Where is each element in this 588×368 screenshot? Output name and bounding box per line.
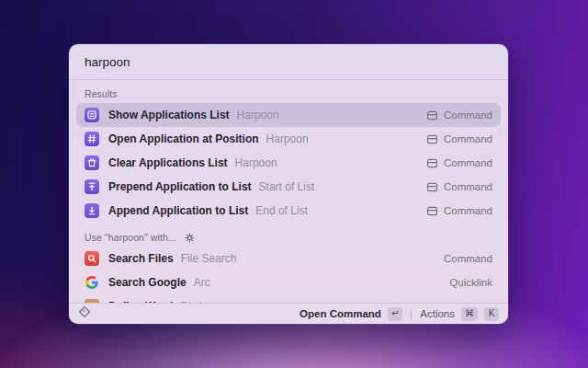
enter-key-badge[interactable]: ↵ — [388, 307, 402, 321]
trash-icon — [85, 155, 99, 170]
result-accessory: Command — [426, 157, 492, 169]
result-accessory: Quicklink — [449, 277, 492, 288]
list-item[interactable]: Search GoogleArcQuicklink — [76, 270, 501, 294]
list-item[interactable]: Clear Applications ListHarpoonCommand — [76, 151, 501, 175]
open-command-button[interactable]: Open Command — [300, 308, 381, 319]
result-type-label: Command — [444, 133, 492, 144]
results-section-rows: Show Applications ListHarpoonCommandOpen… — [76, 103, 501, 223]
list-item[interactable]: Prepend Application to ListStart of List… — [76, 175, 501, 199]
command-type-icon — [426, 109, 438, 121]
use-with-section-header: Use "harpoon" with... — [76, 223, 501, 247]
file-search-icon — [85, 251, 99, 266]
gear-icon[interactable] — [185, 233, 195, 243]
result-subtitle: Harpoon — [237, 109, 279, 121]
k-key-badge[interactable]: K — [484, 307, 499, 321]
result-title: Show Applications List — [108, 109, 230, 121]
result-type-label: Quicklink — [449, 277, 492, 288]
result-accessory: Command — [426, 181, 492, 193]
result-subtitle: Harpoon — [235, 156, 277, 169]
result-title: Append Application to List — [108, 204, 248, 217]
result-accessory: Command — [444, 253, 492, 264]
section-title: Results — [85, 88, 118, 99]
results-section-header: Results — [76, 80, 501, 103]
result-type-label: Command — [444, 109, 492, 121]
result-type-label: Command — [444, 253, 492, 264]
hash-icon — [85, 132, 99, 146]
result-title: Prepend Application to List — [108, 180, 252, 193]
result-subtitle: Arc — [194, 276, 210, 289]
result-subtitle: End of List — [255, 204, 308, 217]
list-item[interactable]: Open Application at PositionHarpoonComma… — [76, 127, 501, 151]
list-item[interactable]: Search FilesFile SearchCommand — [76, 247, 501, 270]
command-type-icon — [426, 181, 438, 193]
search-bar — [69, 44, 508, 80]
list-item[interactable]: Append Application to ListEnd of ListCom… — [76, 199, 501, 223]
footer-bar: Open Command ↵ Actions ⌘ K — [69, 303, 508, 324]
search-input[interactable] — [69, 55, 508, 69]
result-type-label: Command — [444, 181, 492, 192]
command-type-icon — [426, 157, 438, 169]
result-type-label: Command — [444, 157, 492, 168]
result-title: Search Files — [108, 252, 174, 265]
arrow-down-icon — [85, 203, 99, 218]
arrow-up-icon — [85, 179, 99, 194]
section-title: Use "harpoon" with... — [85, 232, 176, 243]
footer-divider — [411, 309, 412, 319]
google-icon — [85, 275, 99, 290]
cmd-key-badge[interactable]: ⌘ — [461, 307, 478, 321]
actions-button[interactable]: Actions — [420, 308, 455, 319]
result-subtitle: File Search — [181, 252, 237, 265]
list-item[interactable]: Show Applications ListHarpoonCommand — [76, 103, 501, 127]
result-subtitle: Harpoon — [266, 132, 309, 145]
launcher-window: Results Show Applications ListHarpoonCom… — [69, 44, 508, 324]
result-accessory: Command — [426, 205, 492, 217]
results-list: Results Show Applications ListHarpoonCom… — [69, 80, 508, 303]
result-title: Search Google — [108, 276, 187, 289]
command-type-icon — [426, 133, 438, 145]
command-type-icon — [426, 205, 438, 217]
result-type-label: Command — [444, 205, 492, 216]
list-icon — [85, 108, 99, 122]
result-accessory: Command — [426, 109, 492, 121]
list-item[interactable]: Define WordDictionaryCommand — [76, 294, 501, 303]
result-title: Open Application at Position — [108, 132, 259, 145]
result-accessory: Command — [426, 133, 492, 145]
raycast-logo-icon — [78, 305, 91, 322]
result-title: Clear Applications List — [108, 156, 228, 169]
result-subtitle: Start of List — [259, 180, 315, 193]
use-with-section-rows: Search FilesFile SearchCommandSearch Goo… — [76, 247, 501, 303]
